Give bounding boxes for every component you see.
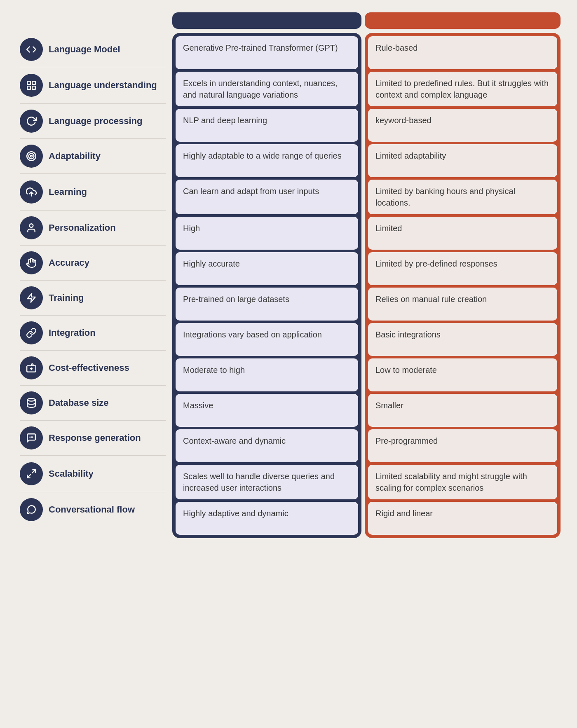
- svg-point-5: [29, 154, 34, 159]
- traditional-row-cost-effectiveness: Low to moderate: [368, 358, 557, 391]
- aspect-row-training: Training: [16, 281, 169, 314]
- language-understanding-label: Language understanding: [49, 80, 157, 91]
- integration-icon: [20, 321, 43, 344]
- table-body: Language Model Language understanding La…: [12, 33, 565, 538]
- personalization-icon: [20, 216, 43, 239]
- traditional-row-conversational-flow: Rigid and linear: [368, 502, 557, 535]
- chatgpt-column: Generative Pre-trained Transformer (GPT)…: [172, 33, 361, 538]
- chatgpt-row-integration: Integrations vary based on application: [176, 323, 358, 356]
- database-size-icon: [20, 391, 43, 414]
- header-traditional: [365, 12, 561, 29]
- chatgpt-row-conversational-flow: Highly adaptive and dynamic: [176, 502, 358, 535]
- chatgpt-row-language-understanding: Excels in understanding context, nuances…: [176, 72, 358, 106]
- chatgpt-row-adaptability: Highly adaptable to a wide range of quer…: [176, 144, 358, 177]
- response-generation-icon: [20, 426, 43, 449]
- header-chatgpt: [172, 12, 361, 29]
- chatgpt-row-scalability: Scales well to handle diverse queries an…: [176, 465, 358, 499]
- learning-label: Learning: [49, 186, 87, 198]
- chatgpt-row-personalization: High: [176, 217, 358, 250]
- aspect-row-accuracy: Accuracy: [16, 246, 169, 279]
- svg-point-6: [30, 155, 32, 157]
- svg-rect-3: [27, 86, 30, 89]
- svg-rect-1: [32, 81, 35, 84]
- traditional-column: Rule-basedLimited to predefined rules. B…: [365, 33, 561, 538]
- aspect-row-learning: Learning: [16, 175, 169, 209]
- svg-point-8: [30, 224, 33, 227]
- response-generation-label: Response generation: [49, 432, 141, 444]
- traditional-row-language-understanding: Limited to predefined rules. But it stru…: [368, 72, 557, 106]
- svg-rect-0: [27, 81, 30, 84]
- svg-marker-9: [27, 293, 35, 302]
- cost-effectiveness-icon: [20, 356, 43, 379]
- adaptability-label: Adaptability: [49, 150, 101, 162]
- svg-point-13: [27, 398, 35, 401]
- language-understanding-icon: [20, 74, 43, 97]
- cost-effectiveness-label: Cost-effectiveness: [49, 362, 129, 374]
- chatgpt-row-database-size: Massive: [176, 394, 358, 427]
- aspect-column: Language Model Language understanding La…: [16, 33, 169, 538]
- aspect-row-scalability: Scalability: [16, 456, 169, 491]
- traditional-row-language-model: Rule-based: [368, 36, 557, 69]
- conversational-flow-label: Conversational flow: [49, 504, 135, 516]
- traditional-row-language-processing: keyword-based: [368, 109, 557, 142]
- training-label: Training: [49, 292, 84, 304]
- integration-label: Integration: [49, 327, 96, 339]
- aspect-row-integration: Integration: [16, 316, 169, 349]
- chatgpt-row-language-model: Generative Pre-trained Transformer (GPT): [176, 36, 358, 69]
- aspect-row-personalization: Personalization: [16, 211, 169, 244]
- traditional-row-integration: Basic integrations: [368, 323, 557, 356]
- language-model-label: Language Model: [49, 44, 120, 56]
- aspect-row-cost-effectiveness: Cost-effectiveness: [16, 351, 169, 384]
- svg-rect-2: [32, 86, 35, 89]
- aspect-row-response-generation: Response generation: [16, 421, 169, 454]
- traditional-row-adaptability: Limited adaptability: [368, 144, 557, 177]
- header-aspect: [16, 12, 169, 29]
- scalability-icon: [20, 462, 43, 485]
- aspect-row-language-model: Language Model: [16, 33, 169, 66]
- traditional-row-training: Relies on manual rule creation: [368, 288, 557, 321]
- aspect-row-language-processing: Language processing: [16, 105, 169, 138]
- scalability-label: Scalability: [49, 468, 94, 480]
- language-processing-label: Language processing: [49, 115, 142, 127]
- traditional-row-scalability: Limited scalability and might struggle w…: [368, 465, 557, 499]
- table-header: [12, 12, 565, 29]
- chatgpt-row-language-processing: NLP and deep learning: [176, 109, 358, 142]
- adaptability-icon: [20, 145, 43, 168]
- aspect-row-language-understanding: Language understanding: [16, 68, 169, 103]
- conversational-flow-icon: [20, 498, 43, 521]
- traditional-row-accuracy: Limited by pre-defined responses: [368, 252, 557, 285]
- chatgpt-row-accuracy: Highly accurate: [176, 252, 358, 285]
- aspect-row-conversational-flow: Conversational flow: [16, 493, 169, 526]
- traditional-row-personalization: Limited: [368, 217, 557, 250]
- language-model-icon: [20, 38, 43, 61]
- training-icon: [20, 286, 43, 309]
- database-size-label: Database size: [49, 397, 109, 409]
- aspect-row-adaptability: Adaptability: [16, 140, 169, 173]
- learning-icon: [20, 180, 43, 204]
- personalization-label: Personalization: [49, 222, 116, 234]
- traditional-row-database-size: Smaller: [368, 394, 557, 427]
- language-processing-icon: [20, 110, 43, 133]
- chatgpt-row-training: Pre-trained on large datasets: [176, 288, 358, 321]
- traditional-row-learning: Limited by banking hours and physical lo…: [368, 180, 557, 214]
- comparison-table: Language Model Language understanding La…: [12, 12, 565, 538]
- aspect-row-database-size: Database size: [16, 386, 169, 419]
- accuracy-icon: [20, 251, 43, 274]
- traditional-row-response-generation: Pre-programmed: [368, 429, 557, 462]
- accuracy-label: Accuracy: [49, 257, 89, 269]
- chatgpt-row-cost-effectiveness: Moderate to high: [176, 358, 358, 391]
- chatgpt-row-response-generation: Context-aware and dynamic: [176, 429, 358, 462]
- chatgpt-row-learning: Can learn and adapt from user inputs: [176, 180, 358, 214]
